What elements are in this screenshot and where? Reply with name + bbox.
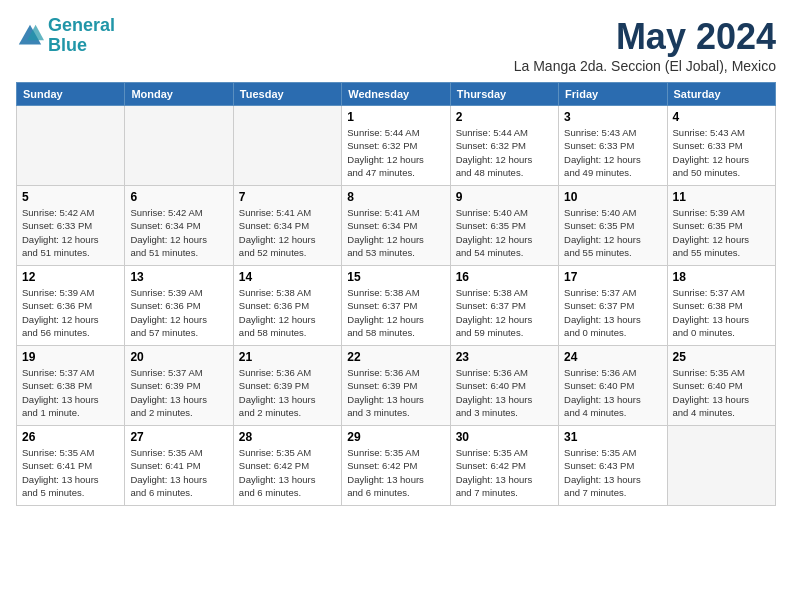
calendar-body: 1Sunrise: 5:44 AM Sunset: 6:32 PM Daylig…: [17, 106, 776, 506]
day-info: Sunrise: 5:44 AM Sunset: 6:32 PM Dayligh…: [456, 126, 553, 179]
calendar-cell: 27Sunrise: 5:35 AM Sunset: 6:41 PM Dayli…: [125, 426, 233, 506]
day-info: Sunrise: 5:38 AM Sunset: 6:37 PM Dayligh…: [347, 286, 444, 339]
calendar-cell: 29Sunrise: 5:35 AM Sunset: 6:42 PM Dayli…: [342, 426, 450, 506]
column-header-thursday: Thursday: [450, 83, 558, 106]
calendar-cell: 8Sunrise: 5:41 AM Sunset: 6:34 PM Daylig…: [342, 186, 450, 266]
day-info: Sunrise: 5:35 AM Sunset: 6:43 PM Dayligh…: [564, 446, 661, 499]
day-info: Sunrise: 5:40 AM Sunset: 6:35 PM Dayligh…: [456, 206, 553, 259]
day-info: Sunrise: 5:39 AM Sunset: 6:36 PM Dayligh…: [130, 286, 227, 339]
week-row-2: 5Sunrise: 5:42 AM Sunset: 6:33 PM Daylig…: [17, 186, 776, 266]
calendar-cell: [233, 106, 341, 186]
day-info: Sunrise: 5:44 AM Sunset: 6:32 PM Dayligh…: [347, 126, 444, 179]
day-number: 19: [22, 350, 119, 364]
day-number: 10: [564, 190, 661, 204]
day-info: Sunrise: 5:36 AM Sunset: 6:39 PM Dayligh…: [239, 366, 336, 419]
column-header-saturday: Saturday: [667, 83, 775, 106]
logo-text: General Blue: [48, 16, 115, 56]
day-number: 16: [456, 270, 553, 284]
day-info: Sunrise: 5:42 AM Sunset: 6:33 PM Dayligh…: [22, 206, 119, 259]
day-number: 9: [456, 190, 553, 204]
day-number: 25: [673, 350, 770, 364]
calendar-cell: 17Sunrise: 5:37 AM Sunset: 6:37 PM Dayli…: [559, 266, 667, 346]
day-info: Sunrise: 5:41 AM Sunset: 6:34 PM Dayligh…: [239, 206, 336, 259]
title-block: May 2024 La Manga 2da. Seccion (El Jobal…: [514, 16, 776, 74]
day-info: Sunrise: 5:43 AM Sunset: 6:33 PM Dayligh…: [564, 126, 661, 179]
day-number: 15: [347, 270, 444, 284]
day-number: 4: [673, 110, 770, 124]
day-number: 27: [130, 430, 227, 444]
day-number: 14: [239, 270, 336, 284]
calendar-cell: 14Sunrise: 5:38 AM Sunset: 6:36 PM Dayli…: [233, 266, 341, 346]
day-number: 30: [456, 430, 553, 444]
week-row-1: 1Sunrise: 5:44 AM Sunset: 6:32 PM Daylig…: [17, 106, 776, 186]
column-header-sunday: Sunday: [17, 83, 125, 106]
day-info: Sunrise: 5:37 AM Sunset: 6:39 PM Dayligh…: [130, 366, 227, 419]
calendar-cell: 15Sunrise: 5:38 AM Sunset: 6:37 PM Dayli…: [342, 266, 450, 346]
calendar-cell: 21Sunrise: 5:36 AM Sunset: 6:39 PM Dayli…: [233, 346, 341, 426]
calendar-cell: 3Sunrise: 5:43 AM Sunset: 6:33 PM Daylig…: [559, 106, 667, 186]
day-number: 6: [130, 190, 227, 204]
day-info: Sunrise: 5:35 AM Sunset: 6:41 PM Dayligh…: [130, 446, 227, 499]
day-number: 23: [456, 350, 553, 364]
day-info: Sunrise: 5:39 AM Sunset: 6:35 PM Dayligh…: [673, 206, 770, 259]
calendar-cell: 11Sunrise: 5:39 AM Sunset: 6:35 PM Dayli…: [667, 186, 775, 266]
column-header-friday: Friday: [559, 83, 667, 106]
day-info: Sunrise: 5:36 AM Sunset: 6:39 PM Dayligh…: [347, 366, 444, 419]
day-number: 22: [347, 350, 444, 364]
day-info: Sunrise: 5:38 AM Sunset: 6:37 PM Dayligh…: [456, 286, 553, 339]
calendar-cell: 16Sunrise: 5:38 AM Sunset: 6:37 PM Dayli…: [450, 266, 558, 346]
calendar-cell: 13Sunrise: 5:39 AM Sunset: 6:36 PM Dayli…: [125, 266, 233, 346]
page-header: General Blue May 2024 La Manga 2da. Secc…: [16, 16, 776, 74]
day-number: 12: [22, 270, 119, 284]
calendar-cell: 31Sunrise: 5:35 AM Sunset: 6:43 PM Dayli…: [559, 426, 667, 506]
day-info: Sunrise: 5:40 AM Sunset: 6:35 PM Dayligh…: [564, 206, 661, 259]
calendar-cell: 25Sunrise: 5:35 AM Sunset: 6:40 PM Dayli…: [667, 346, 775, 426]
day-info: Sunrise: 5:35 AM Sunset: 6:41 PM Dayligh…: [22, 446, 119, 499]
day-number: 31: [564, 430, 661, 444]
calendar-cell: [667, 426, 775, 506]
day-number: 26: [22, 430, 119, 444]
calendar-cell: [125, 106, 233, 186]
day-number: 3: [564, 110, 661, 124]
calendar-cell: [17, 106, 125, 186]
calendar-cell: 4Sunrise: 5:43 AM Sunset: 6:33 PM Daylig…: [667, 106, 775, 186]
calendar-cell: 9Sunrise: 5:40 AM Sunset: 6:35 PM Daylig…: [450, 186, 558, 266]
day-info: Sunrise: 5:35 AM Sunset: 6:42 PM Dayligh…: [239, 446, 336, 499]
calendar-table: SundayMondayTuesdayWednesdayThursdayFrid…: [16, 82, 776, 506]
calendar-cell: 1Sunrise: 5:44 AM Sunset: 6:32 PM Daylig…: [342, 106, 450, 186]
day-info: Sunrise: 5:37 AM Sunset: 6:38 PM Dayligh…: [673, 286, 770, 339]
day-number: 18: [673, 270, 770, 284]
day-info: Sunrise: 5:35 AM Sunset: 6:42 PM Dayligh…: [347, 446, 444, 499]
logo-icon: [16, 22, 44, 50]
day-number: 8: [347, 190, 444, 204]
calendar-cell: 22Sunrise: 5:36 AM Sunset: 6:39 PM Dayli…: [342, 346, 450, 426]
day-number: 28: [239, 430, 336, 444]
day-info: Sunrise: 5:42 AM Sunset: 6:34 PM Dayligh…: [130, 206, 227, 259]
calendar-cell: 10Sunrise: 5:40 AM Sunset: 6:35 PM Dayli…: [559, 186, 667, 266]
week-row-3: 12Sunrise: 5:39 AM Sunset: 6:36 PM Dayli…: [17, 266, 776, 346]
calendar-header-row: SundayMondayTuesdayWednesdayThursdayFrid…: [17, 83, 776, 106]
day-number: 13: [130, 270, 227, 284]
day-number: 21: [239, 350, 336, 364]
calendar-cell: 28Sunrise: 5:35 AM Sunset: 6:42 PM Dayli…: [233, 426, 341, 506]
column-header-tuesday: Tuesday: [233, 83, 341, 106]
calendar-cell: 18Sunrise: 5:37 AM Sunset: 6:38 PM Dayli…: [667, 266, 775, 346]
day-number: 29: [347, 430, 444, 444]
day-info: Sunrise: 5:35 AM Sunset: 6:40 PM Dayligh…: [673, 366, 770, 419]
day-number: 7: [239, 190, 336, 204]
location-subtitle: La Manga 2da. Seccion (El Jobal), Mexico: [514, 58, 776, 74]
day-info: Sunrise: 5:41 AM Sunset: 6:34 PM Dayligh…: [347, 206, 444, 259]
calendar-cell: 5Sunrise: 5:42 AM Sunset: 6:33 PM Daylig…: [17, 186, 125, 266]
day-number: 11: [673, 190, 770, 204]
day-info: Sunrise: 5:36 AM Sunset: 6:40 PM Dayligh…: [456, 366, 553, 419]
day-info: Sunrise: 5:43 AM Sunset: 6:33 PM Dayligh…: [673, 126, 770, 179]
calendar-cell: 7Sunrise: 5:41 AM Sunset: 6:34 PM Daylig…: [233, 186, 341, 266]
calendar-cell: 6Sunrise: 5:42 AM Sunset: 6:34 PM Daylig…: [125, 186, 233, 266]
day-info: Sunrise: 5:37 AM Sunset: 6:37 PM Dayligh…: [564, 286, 661, 339]
day-info: Sunrise: 5:39 AM Sunset: 6:36 PM Dayligh…: [22, 286, 119, 339]
day-info: Sunrise: 5:35 AM Sunset: 6:42 PM Dayligh…: [456, 446, 553, 499]
day-number: 5: [22, 190, 119, 204]
calendar-cell: 20Sunrise: 5:37 AM Sunset: 6:39 PM Dayli…: [125, 346, 233, 426]
logo: General Blue: [16, 16, 115, 56]
day-number: 24: [564, 350, 661, 364]
